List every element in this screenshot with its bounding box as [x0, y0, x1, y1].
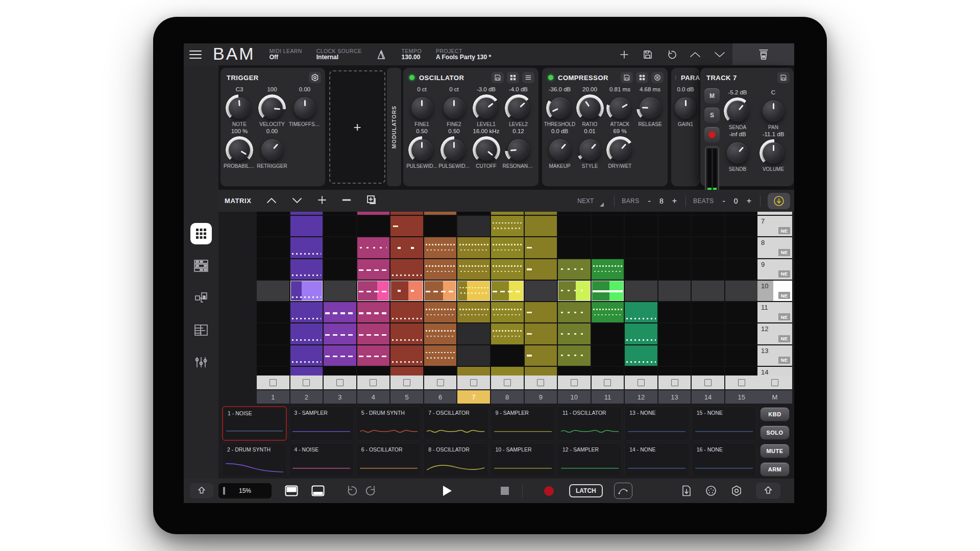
matrix-cell[interactable]: [390, 323, 423, 344]
matrix-cell[interactable]: [324, 237, 356, 258]
zoom-slider-handle[interactable]: [223, 487, 225, 495]
matrix-cell[interactable]: [457, 323, 490, 344]
matrix-cell[interactable]: [658, 345, 691, 366]
scene-checkbox[interactable]: [725, 375, 758, 389]
matrix-cell[interactable]: [390, 302, 423, 322]
matrix-cell[interactable]: [592, 367, 624, 375]
project-field[interactable]: PROJECT A Fools Party 130 *: [436, 48, 491, 61]
matrix-cell[interactable]: [525, 367, 557, 375]
track-card-6-oscillator[interactable]: 6 - OSCILLATOR: [356, 443, 421, 478]
sidebar-matrix-view-icon[interactable]: [190, 223, 212, 244]
matrix-cell[interactable]: [257, 259, 289, 280]
matrix-cell[interactable]: [692, 237, 724, 258]
add-icon[interactable]: [619, 49, 629, 60]
layout-top-panel-icon[interactable]: [285, 485, 298, 496]
matrix-cell[interactable]: [725, 345, 758, 366]
matrix-cell[interactable]: [725, 216, 758, 236]
mute-button[interactable]: M: [704, 88, 720, 104]
matrix-cell[interactable]: [692, 323, 724, 344]
knob-release[interactable]: 4.68 msRELEASE: [635, 86, 665, 127]
matrix-cell[interactable]: [558, 281, 591, 301]
matrix-cell[interactable]: [491, 212, 524, 215]
undo-icon-transport[interactable]: [345, 485, 357, 497]
scene-number-m[interactable]: M: [757, 390, 792, 404]
matrix-cell[interactable]: [491, 259, 524, 280]
matrix-cell[interactable]: [725, 323, 758, 344]
knob-attack[interactable]: 0.81 msATTACK: [605, 86, 635, 127]
matrix-cell[interactable]: [324, 367, 356, 375]
matrix-cell[interactable]: [290, 259, 323, 280]
scene-number[interactable]: 10: [558, 390, 591, 404]
matrix-cell[interactable]: [424, 302, 457, 322]
track-card-7-oscillator[interactable]: 7 - OSCILLATOR: [423, 406, 488, 441]
oscillator-grid-icon[interactable]: [507, 72, 519, 83]
matrix-cell[interactable]: [290, 345, 323, 366]
knob-pan[interactable]: CPAN: [755, 89, 791, 130]
matrix-cell[interactable]: [257, 367, 289, 375]
mute-button[interactable]: MUTE: [760, 444, 790, 458]
beats-plus-button[interactable]: +: [745, 196, 753, 206]
matrix-cell[interactable]: [592, 302, 624, 322]
knob-dry-wet[interactable]: 69 %DRY/WET: [605, 128, 635, 169]
tempo-field[interactable]: TEMPO 130.00: [402, 48, 422, 61]
matrix-cell[interactable]: [390, 237, 423, 258]
knob-makeup[interactable]: 0.0 dBMAKEUP: [545, 128, 575, 169]
scene-row-label[interactable]: 14: [757, 367, 792, 375]
knob-style[interactable]: 0.01STYLE: [575, 128, 605, 169]
matrix-up-icon[interactable]: [266, 196, 277, 206]
matrix-cell[interactable]: [457, 281, 490, 301]
matrix-cell[interactable]: [692, 302, 724, 322]
knob-sendb[interactable]: -inf dBSENDB: [720, 131, 755, 172]
matrix-cell[interactable]: [592, 237, 624, 258]
menu-icon[interactable]: [189, 51, 202, 59]
matrix-cell[interactable]: [457, 237, 490, 258]
scene-row-label[interactable]: 10NE: [757, 281, 792, 301]
matrix-cell[interactable]: [357, 259, 390, 280]
matrix-cell[interactable]: [658, 237, 691, 258]
arm-record-button[interactable]: [704, 127, 720, 142]
matrix-duplicate-icon[interactable]: [366, 195, 377, 207]
modulators-tab[interactable]: MODULATORS: [387, 68, 401, 186]
knob-gain1[interactable]: 0.0 dBGAIN1: [671, 86, 700, 127]
scene-number[interactable]: 15: [725, 390, 758, 404]
track-card-13-none[interactable]: 13 - NONE: [624, 406, 689, 441]
matrix-cell[interactable]: [324, 345, 356, 366]
matrix-cell[interactable]: [558, 345, 591, 366]
shift-button-right[interactable]: [756, 483, 780, 499]
matrix-cell[interactable]: [491, 281, 524, 301]
matrix-cell[interactable]: [257, 216, 289, 236]
matrix-cell[interactable]: [324, 259, 356, 280]
matrix-add-icon[interactable]: [317, 195, 327, 207]
matrix-cell[interactable]: [491, 302, 524, 322]
knob-velocity[interactable]: 100VELOCITY: [256, 86, 288, 127]
track-card-15-none[interactable]: 15 - NONE: [692, 406, 756, 441]
matrix-cell[interactable]: [491, 345, 524, 366]
next-scene-selector[interactable]: NEXT: [577, 197, 607, 205]
matrix-cell[interactable]: [525, 216, 557, 236]
matrix-cell[interactable]: [525, 237, 557, 258]
scene-number[interactable]: 6: [424, 390, 457, 404]
matrix-cell[interactable]: [558, 212, 591, 215]
follow-playhead-button[interactable]: [768, 193, 790, 209]
scene-number[interactable]: 11: [592, 390, 624, 404]
add-modulator-slot[interactable]: +: [329, 70, 385, 184]
matrix-cell[interactable]: [257, 237, 289, 258]
knob-senda[interactable]: -5.2 dBSENDA: [720, 89, 755, 130]
knob-level2[interactable]: -4.0 dBLEVEL2: [502, 86, 534, 127]
redo-icon-transport[interactable]: [365, 485, 378, 497]
matrix-cell[interactable]: [692, 216, 724, 236]
chevron-down-icon[interactable]: [714, 51, 725, 58]
matrix-cell[interactable]: [558, 367, 591, 375]
settings-icon[interactable]: [730, 485, 743, 497]
scene-row-label[interactable]: 7NE: [757, 216, 792, 236]
matrix-cell[interactable]: [357, 212, 390, 215]
matrix-cell[interactable]: [658, 216, 691, 236]
midi-icon[interactable]: [705, 485, 717, 497]
scene-number[interactable]: 14: [692, 390, 724, 404]
zoom-slider[interactable]: 15%: [218, 483, 272, 498]
matrix-cell[interactable]: [725, 212, 758, 215]
knob-level1[interactable]: -3.0 dBLEVEL1: [470, 86, 502, 127]
matrix-cell[interactable]: [257, 323, 289, 344]
matrix-cell[interactable]: [558, 237, 591, 258]
scene-checkbox[interactable]: [525, 375, 557, 389]
